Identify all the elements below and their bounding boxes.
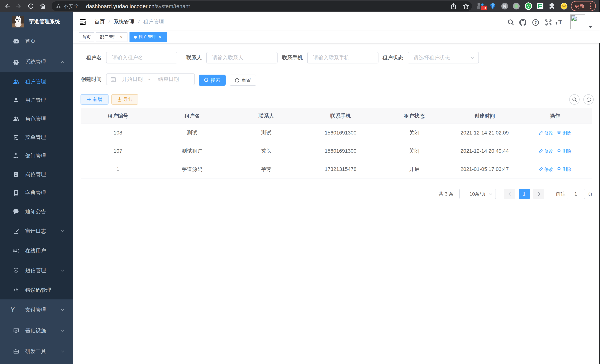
svg-text:y: y — [527, 4, 530, 9]
svg-text:⌘: ⌘ — [503, 4, 507, 9]
svg-text:?: ? — [534, 20, 537, 25]
